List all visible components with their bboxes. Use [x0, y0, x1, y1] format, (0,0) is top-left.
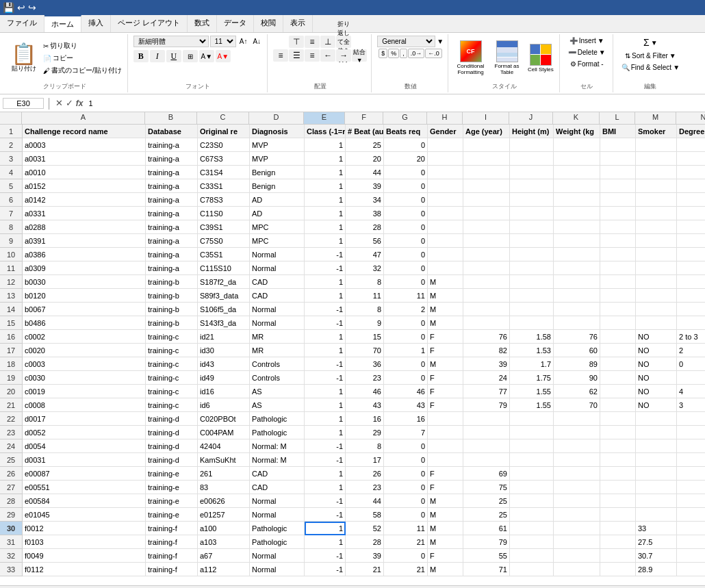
cell-D6[interactable]: AD	[250, 193, 305, 207]
cell-F21[interactable]: 43	[346, 398, 384, 412]
cell-M19[interactable]: NO	[636, 371, 677, 385]
cell-L9[interactable]	[600, 234, 636, 248]
cell-J6[interactable]	[510, 193, 554, 207]
cell-N4[interactable]	[677, 166, 705, 179]
cell-I19[interactable]: 24	[463, 371, 510, 385]
cell-M8[interactable]	[636, 220, 677, 234]
cell-G3[interactable]: 20	[384, 152, 428, 166]
cut-button[interactable]: ✂切り取り	[42, 40, 123, 51]
cell-G11[interactable]: 0	[384, 261, 428, 275]
cell-I24[interactable]	[463, 439, 510, 453]
cell-N8[interactable]	[677, 220, 705, 234]
cell-F18[interactable]: 36	[346, 357, 384, 371]
cell-E20[interactable]: 1	[305, 385, 346, 398]
cell-K21[interactable]: 70	[554, 398, 600, 412]
cell-M17[interactable]: NO	[636, 344, 677, 357]
row-num-27[interactable]: 27	[0, 481, 22, 494]
cell-A17[interactable]: c0020	[23, 344, 146, 357]
cell-M4[interactable]	[636, 166, 677, 179]
cell-B8[interactable]: training-a	[146, 220, 198, 234]
cell-B25[interactable]: training-d	[146, 453, 198, 467]
cell-H10[interactable]	[428, 248, 463, 261]
cell-C30[interactable]: a100	[198, 522, 250, 535]
cell-G15[interactable]: 0	[384, 316, 428, 330]
cell-B27[interactable]: training-e	[146, 481, 198, 494]
cell-E11[interactable]: -1	[305, 261, 346, 275]
cell-A22[interactable]: d0017	[23, 412, 146, 426]
cell-C21[interactable]: id6	[198, 398, 250, 412]
cell-H14[interactable]: M	[428, 303, 463, 316]
row-num-20[interactable]: 20	[0, 385, 22, 398]
cell-K25[interactable]	[554, 453, 600, 467]
cell-I32[interactable]: 55	[463, 549, 510, 563]
cell-L5[interactable]	[600, 179, 636, 193]
cell-E21[interactable]: 1	[305, 398, 346, 412]
row-num-33[interactable]: 33	[0, 563, 22, 576]
cell-L16[interactable]	[600, 330, 636, 344]
row-num-18[interactable]: 18	[0, 357, 22, 371]
cell-L30[interactable]	[600, 522, 636, 535]
row-num-19[interactable]: 19	[0, 371, 22, 385]
cell-K15[interactable]	[554, 316, 600, 330]
increase-font-btn[interactable]: A↑	[238, 37, 250, 46]
cell-B30[interactable]: training-f	[146, 522, 198, 535]
cell-A15[interactable]: b0486	[23, 316, 146, 330]
cell-N27[interactable]	[677, 481, 705, 494]
cell-H29[interactable]: M	[428, 508, 463, 522]
cell-K28[interactable]	[554, 494, 600, 508]
cell-N16[interactable]: 2 to 3	[677, 330, 705, 344]
cell-C11[interactable]: C115S10	[198, 261, 250, 275]
cell-N25[interactable]	[677, 453, 705, 467]
cell-F31[interactable]: 28	[346, 535, 384, 549]
cell-J3[interactable]	[510, 152, 554, 166]
cell-L17[interactable]	[600, 344, 636, 357]
cell-I2[interactable]	[463, 138, 510, 152]
cell-M31[interactable]: 27.5	[636, 535, 677, 549]
cell-M25[interactable]	[636, 453, 677, 467]
cell-D27[interactable]: CAD	[250, 481, 305, 494]
cell-B17[interactable]: training-c	[146, 344, 198, 357]
cell-M16[interactable]: NO	[636, 330, 677, 344]
cell-A9[interactable]: a0391	[23, 234, 146, 248]
cell-N18[interactable]: 0	[677, 357, 705, 371]
cell-A27[interactable]: e00551	[23, 481, 146, 494]
cell-E28[interactable]: -1	[305, 494, 346, 508]
cell-G24[interactable]: 0	[384, 439, 428, 453]
cell-H3[interactable]	[428, 152, 463, 166]
cell-J29[interactable]	[510, 508, 554, 522]
cell-N10[interactable]	[677, 248, 705, 261]
cell-M15[interactable]	[636, 316, 677, 330]
col-header-m[interactable]: M	[635, 112, 676, 124]
cell-G4[interactable]: 0	[384, 166, 428, 179]
row-num-13[interactable]: 13	[0, 289, 22, 303]
cell-D18[interactable]: Controls	[250, 357, 305, 371]
cell-J31[interactable]	[510, 535, 554, 549]
cell-C20[interactable]: id16	[198, 385, 250, 398]
insert-button[interactable]: ➕ Insert ▼	[567, 36, 607, 46]
cell-E33[interactable]: -1	[305, 563, 346, 576]
cell-I18[interactable]: 39	[463, 357, 510, 371]
cell-D23[interactable]: Pathologic	[250, 426, 305, 439]
cell-C16[interactable]: id21	[198, 330, 250, 344]
cell-A16[interactable]: c0002	[23, 330, 146, 344]
cell-C7[interactable]: C11S0	[198, 207, 250, 220]
cell-E17[interactable]: 1	[305, 344, 346, 357]
cell-B33[interactable]: training-f	[146, 563, 198, 576]
cell-J22[interactable]	[510, 412, 554, 426]
cell-H23[interactable]	[428, 426, 463, 439]
cell-E10[interactable]: -1	[305, 248, 346, 261]
cell-H28[interactable]: M	[428, 494, 463, 508]
cell-F11[interactable]: 32	[346, 261, 384, 275]
cell-H26[interactable]: F	[428, 467, 463, 481]
cell-C19[interactable]: id49	[198, 371, 250, 385]
cell-E15[interactable]: -1	[305, 316, 346, 330]
redo-icon[interactable]: ↪	[28, 2, 36, 13]
cell-D22[interactable]: Pathologic	[250, 412, 305, 426]
cell-A29[interactable]: e01045	[23, 508, 146, 522]
cell-F4[interactable]: 44	[346, 166, 384, 179]
cell-E24[interactable]: -1	[305, 439, 346, 453]
header-cell-H[interactable]: Gender	[428, 125, 463, 138]
align-bottom-button[interactable]: ⊥	[320, 36, 335, 48]
format-as-table-button[interactable]: Format as Table	[490, 39, 524, 77]
cell-D32[interactable]: Normal	[250, 549, 305, 563]
